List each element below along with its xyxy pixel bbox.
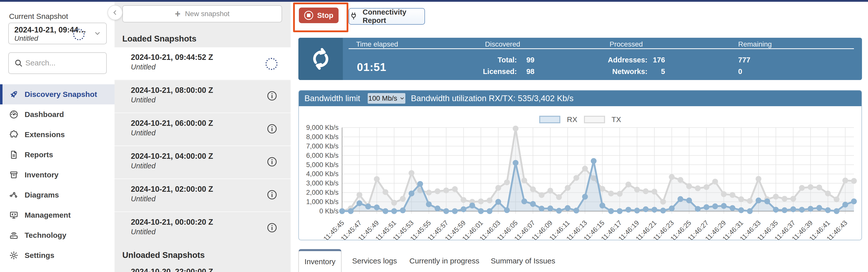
sidebar-item-label: Settings [25,251,54,260]
stop-button[interactable]: Stop [299,7,339,23]
snapshot-list-item[interactable]: 2024-10-21, 02:00:00 Z Untitled [115,179,290,211]
bandwidth-panel: Bandwidth limit 100 Mb/s Bandwidth utili… [299,90,862,240]
svg-text:1,000 Kb/s: 1,000 Kb/s [306,198,339,206]
snapshot-list-item[interactable]: 2024-10-21, 08:00:00 Z Untitled [115,80,290,112]
info-icon[interactable] [267,222,278,233]
top-window-strip [0,0,868,2]
discovered-licensed-value: 98 [519,67,534,76]
puzzle-icon [9,130,19,139]
svg-text:4,000 Kb/s: 4,000 Kb/s [306,170,339,178]
stop-button-label: Stop [317,11,333,20]
chevron-left-icon [112,9,119,16]
rocket-icon [9,89,19,99]
snapshot-timestamp: 2024-10-21, 09:44:52 Z [131,53,213,62]
processed-networks-value: 5 [650,67,665,76]
stop-circle-icon [304,11,313,20]
sidebar-item-technology[interactable]: Technology [0,225,115,245]
snapshot-list-item[interactable]: 2024-10-21, 09:44:52 Z Untitled [115,47,290,80]
sidebar-item-label: Reports [25,151,53,159]
bandwidth-limit-label: Bandwidth limit [304,93,360,103]
snapshot-title: Untitled [131,96,155,104]
info-icon[interactable] [267,156,278,167]
sidebar-item-label: Dashboard [25,110,64,119]
processed-addresses-value: 176 [650,56,665,64]
tab-services-logs[interactable]: Services logs [352,257,397,265]
sidebar-item-label: Diagrams [25,191,59,199]
dashboard-gauge-icon [9,110,19,119]
bandwidth-utilization-text: Bandwidth utilization RX/TX: 535/3,402 K… [411,93,574,103]
search-input[interactable] [25,54,101,72]
sync-arrows-icon [308,46,333,72]
loaded-snapshots-heading: Loaded Snapshots [122,34,196,44]
snapshot-title: Untitled [131,228,155,236]
tab-label: Currently in progress [409,257,479,265]
sidebar: Current Snapshot 2024-10-21, 09:44… Unti… [0,2,115,272]
svg-text:7,000 Kb/s: 7,000 Kb/s [306,142,339,150]
sidebar-item-inventory[interactable]: Inventory [0,165,115,185]
technology-router-icon [9,230,19,240]
snapshot-timestamp: 2024-10-21, 04:00:00 Z [131,152,213,161]
snapshot-list-item[interactable]: 2024-10-21, 06:00:00 Z Untitled [115,112,290,145]
tab-summary-of-issues[interactable]: Summary of Issues [491,257,555,265]
current-snapshot-select[interactable]: 2024-10-21, 09:44… Untitled [8,23,107,44]
svg-text:8,000 Kb/s: 8,000 Kb/s [306,133,339,141]
time-elapsed-header: Time elapsed [356,40,398,48]
snapshot-list-item[interactable]: 2024-10-21, 04:00:00 Z Untitled [115,145,290,179]
discovered-licensed-label: Licensed: [459,67,517,76]
tab-inventory[interactable]: Inventory [299,249,342,272]
snapshot-list-item[interactable]: 2024-10-21, 00:00:20 Z Untitled [115,211,290,244]
sidebar-item-management[interactable]: Management [0,205,115,225]
discovered-total-value: 99 [519,56,534,64]
info-icon[interactable] [267,189,278,200]
connectivity-report-button[interactable]: Connectivity Report [349,8,425,25]
chevron-down-icon [399,96,405,101]
management-monitor-icon [9,210,19,220]
connectivity-report-label: Connectivity Report [363,8,425,25]
bandwidth-utilization-chart: 0 Kb/s1,000 Kb/s2,000 Kb/s3,000 Kb/s4,00… [299,106,862,240]
info-icon[interactable] [267,90,278,101]
sidebar-item-label: Extensions [25,130,65,139]
snapshot-list-item-partial[interactable]: 2024-10-20, 22:00:00 Z [115,266,290,272]
svg-text:6,000 Kb/s: 6,000 Kb/s [306,152,339,159]
new-snapshot-button[interactable]: + New snapshot [122,5,282,22]
collapse-panel-button[interactable] [107,5,123,20]
svg-text:9,000 Kb/s: 9,000 Kb/s [306,124,339,131]
unloaded-snapshots-heading: Unloaded Snapshots [122,250,205,260]
report-document-icon [9,150,19,160]
discovery-status-bar: Time elapsed Discovered Processed Remain… [299,38,862,80]
inventory-box-icon [9,170,19,180]
svg-text:0 Kb/s: 0 Kb/s [319,207,339,215]
search-box [8,52,107,74]
sidebar-item-discovery-snapshot[interactable]: Discovery Snapshot [0,84,115,104]
sidebar-item-label: Management [25,211,70,219]
sidebar-item-diagrams[interactable]: Diagrams [0,185,115,205]
svg-text:3,000 Kb/s: 3,000 Kb/s [306,180,339,187]
sidebar-item-label: Technology [25,231,66,240]
settings-gear-icon [9,251,19,260]
info-icon[interactable] [267,123,278,134]
snapshot-title: Untitled [131,63,155,71]
plug-icon [349,11,358,21]
sidebar-item-dashboard[interactable]: Dashboard [0,104,115,125]
remaining-addresses-value: 777 [738,56,750,64]
chevron-down-icon [94,30,101,37]
snapshot-title: Untitled [131,162,155,170]
processed-header: Processed [610,40,643,48]
sidebar-item-label: Discovery Snapshot [25,90,97,99]
bandwidth-limit-value: 100 Mb/s [368,94,397,102]
time-elapsed-value: 01:51 [357,61,386,74]
tab-label: Services logs [352,257,397,265]
new-snapshot-label: New snapshot [185,10,229,18]
current-snapshot-subtitle: Untitled [14,34,38,43]
snapshot-list: 2024-10-21, 09:44:52 Z Untitled 2024-10-… [115,47,290,244]
sidebar-item-label: Inventory [25,171,59,179]
loading-spinner-icon [73,29,85,40]
tab-currently-in-progress[interactable]: Currently in progress [409,257,479,265]
sidebar-item-extensions[interactable]: Extensions [0,125,115,145]
remaining-header: Remaining [738,40,772,48]
sidebar-item-settings[interactable]: Settings [0,245,115,266]
bandwidth-header: Bandwidth limit 100 Mb/s Bandwidth utili… [299,90,862,106]
loading-spinner-icon [266,58,278,70]
sidebar-item-reports[interactable]: Reports [0,145,115,165]
bandwidth-limit-select[interactable]: 100 Mb/s [368,93,405,104]
